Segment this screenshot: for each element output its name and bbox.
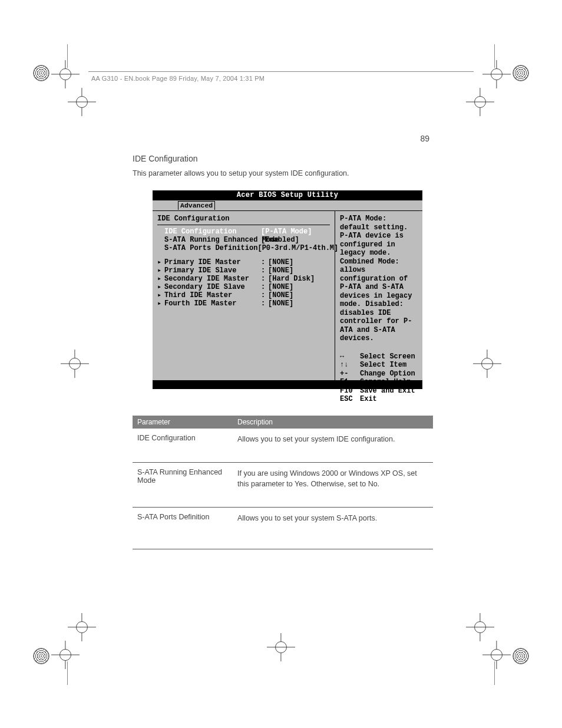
triangle-right-icon: ▸ — [157, 291, 164, 299]
guide-top-left-v — [67, 44, 68, 68]
guide-bot-left-v — [67, 661, 68, 685]
bios-nav-key: F1 — [340, 378, 360, 387]
bios-device-label: Secondary IDE Slave — [164, 283, 261, 291]
bios-tabrow: Advanced — [153, 200, 422, 210]
param-cell-desc: Allows you to set your system S-ATA port… — [233, 513, 433, 523]
guide-top-right-v — [494, 44, 495, 68]
bios-nav-row: ESC Exit — [340, 395, 419, 404]
bios-device-label: Primary IDE Slave — [164, 266, 261, 275]
bios-nav-key: ↑↓ — [340, 361, 360, 370]
bios-config-value: [P-ATA Mode] — [261, 228, 312, 236]
section-title: IDE Configuration — [133, 154, 198, 163]
reg-mark-tl-inner — [70, 90, 94, 114]
bios-device-label: Third IDE Master — [164, 291, 261, 299]
bios-config-label: S-ATA Running Enhanced Mode — [157, 236, 261, 244]
bios-nav-action: Select Item — [360, 361, 406, 370]
bios-nav-action: Exit — [360, 395, 377, 404]
reg-mark-ml — [62, 351, 87, 376]
bios-nav-row: F1 General Help — [340, 378, 419, 387]
bios-config-label: S-ATA Ports Definition — [157, 244, 257, 252]
bios-device-value: [NONE] — [268, 283, 293, 291]
reg-mark-tr-cross — [484, 62, 509, 87]
bios-tab-advanced[interactable]: Advanced — [178, 201, 215, 210]
reg-mark-mr — [475, 351, 500, 376]
triangle-right-icon: ▸ — [157, 275, 164, 283]
bios-body: IDE Configuration IDE Configuration [P-A… — [153, 210, 422, 381]
param-cell-name: S-ATA Running Enhanced Mode — [133, 468, 233, 489]
bios-device-value: [NONE] — [268, 299, 293, 308]
triangle-right-icon: ▸ — [157, 283, 164, 291]
bios-config-label: IDE Configuration — [157, 228, 261, 236]
param-cell-desc: If you are using Windows 2000 or Windows… — [233, 468, 433, 489]
reg-mark-br-inner — [468, 615, 492, 640]
param-cell-name: IDE Configuration — [133, 434, 233, 444]
reg-mark-bl-inner — [70, 615, 94, 640]
bios-nav-action: Select Screen — [360, 353, 415, 361]
bios-nav-block: ↔ Select Screen ↑↓ Select Item +- Change… — [340, 353, 419, 404]
bios-nav-row: ↔ Select Screen — [340, 353, 419, 361]
param-table-row: S-ATA Ports Definition Allows you to set… — [133, 508, 433, 549]
bios-device-row[interactable]: ▸ Secondary IDE Slave : [NONE] — [157, 283, 330, 291]
page-number: 89 — [420, 134, 429, 143]
param-cell-name: S-ATA Ports Definition — [133, 513, 233, 523]
bios-heading: IDE Configuration — [157, 215, 330, 223]
param-table-row: S-ATA Running Enhanced Mode If you are u… — [133, 463, 433, 508]
bios-config-value: [P0-3rd.M/P1-4th.M] — [257, 244, 338, 252]
print-header: AA G310 - EN.book Page 89 Friday, May 7,… — [91, 75, 265, 82]
bios-config-value: [Enabled] — [261, 236, 299, 244]
reg-mark-bl-cross — [53, 643, 78, 667]
reg-mark-tl-circle — [33, 65, 49, 81]
bios-separator — [157, 225, 330, 225]
bios-nav-key: F10 — [340, 387, 360, 396]
bios-nav-key: ESC — [340, 395, 360, 404]
bios-device-row[interactable]: ▸ Fourth IDE Master : [NONE] — [157, 299, 330, 308]
bios-config-row[interactable]: S-ATA Ports Definition [P0-3rd.M/P1-4th.… — [157, 244, 330, 252]
reg-mark-tr-circle — [513, 65, 529, 81]
param-table-head: Parameter Description — [133, 416, 433, 429]
param-head-c2: Description — [233, 416, 433, 429]
bios-left-pane: IDE Configuration IDE Configuration [P-A… — [153, 211, 335, 380]
reg-mark-br-circle — [513, 648, 529, 664]
bios-device-row[interactable]: ▸ Primary IDE Slave : [NONE] — [157, 266, 330, 275]
triangle-right-icon: ▸ — [157, 299, 164, 308]
bios-window: Acer BIOS Setup Utility Advanced IDE Con… — [153, 190, 422, 389]
bios-device-row[interactable]: ▸ Secondary IDE Master : [Hard Disk] — [157, 275, 330, 283]
reg-mark-tl-cross — [53, 62, 78, 87]
bios-help-text: P-ATA Mode: default setting. P-ATA devic… — [340, 215, 419, 343]
bios-device-value: [Hard Disk] — [268, 275, 315, 283]
bios-device-value: [NONE] — [268, 258, 293, 266]
reg-mark-br-cross — [484, 643, 509, 667]
bios-title: Acer BIOS Setup Utility — [153, 190, 422, 200]
bios-device-value: [NONE] — [268, 291, 293, 299]
reg-mark-bl-circle — [33, 648, 49, 664]
bios-config-row[interactable]: S-ATA Running Enhanced Mode [Enabled] — [157, 236, 330, 244]
bios-right-pane: P-ATA Mode: default setting. P-ATA devic… — [335, 211, 422, 380]
bios-nav-key: ↔ — [340, 353, 360, 361]
param-head-c1: Parameter — [133, 416, 233, 429]
bios-nav-action: Change Option — [360, 370, 415, 378]
bios-device-label: Fourth IDE Master — [164, 299, 261, 308]
bios-nav-action: Save and Exit — [360, 387, 415, 396]
bios-device-label: Secondary IDE Master — [164, 275, 261, 283]
bios-nav-row: F10 Save and Exit — [340, 387, 419, 396]
param-table: Parameter Description IDE Configuration … — [133, 416, 433, 549]
param-table-row: IDE Configuration Allows you to set your… — [133, 429, 433, 463]
section-desc: This parameter allows you to setup your … — [133, 168, 433, 179]
guide-bot-right-v — [494, 661, 495, 685]
bios-nav-row: +- Change Option — [340, 370, 419, 378]
bios-nav-action: General Help — [360, 378, 411, 387]
bios-device-label: Primary IDE Master — [164, 258, 261, 266]
bios-nav-key: +- — [340, 370, 360, 378]
bios-device-value: [NONE] — [268, 266, 293, 275]
guide-top — [88, 71, 474, 72]
bios-device-row[interactable]: ▸ Primary IDE Master : [NONE] — [157, 258, 330, 266]
reg-mark-tr-inner — [468, 90, 492, 114]
bios-device-row[interactable]: ▸ Third IDE Master : [NONE] — [157, 291, 330, 299]
bios-nav-row: ↑↓ Select Item — [340, 361, 419, 370]
param-cell-desc: Allows you to set your system IDE config… — [233, 434, 433, 444]
reg-mark-bc — [269, 635, 293, 660]
triangle-right-icon: ▸ — [157, 258, 164, 266]
triangle-right-icon: ▸ — [157, 266, 164, 275]
bios-config-row[interactable]: IDE Configuration [P-ATA Mode] — [157, 228, 330, 236]
